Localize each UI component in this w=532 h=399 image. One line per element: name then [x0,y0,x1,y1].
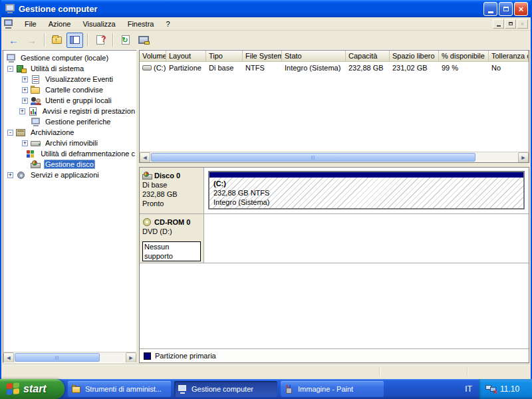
expand-expander[interactable]: + [22,87,28,93]
tree-item-avvisi-registri[interactable]: + Avvisi e registri di prestazion [3,106,136,116]
taskbar-button-paint[interactable]: Immagine - Paint [281,381,384,397]
column-disponibile[interactable]: % disponibile [439,51,489,62]
scroll-right-icon[interactable]: ► [126,352,136,363]
scroll-left-icon[interactable]: ◄ [140,152,150,163]
menu-finestra[interactable]: Finestra [122,19,160,29]
child-minimize-button[interactable] [493,19,504,29]
cdrom-row: CD-ROM 0 DVD (D:) Nessun supporto [140,214,529,263]
child-restore-button[interactable] [505,19,516,29]
device-manager-icon [31,118,41,126]
child-close-button: × [517,19,528,29]
partition-name: (C:) [213,179,519,188]
up-one-level-button[interactable]: ↑ [49,33,65,48]
partition-size-fs: 232,88 GB NTFS [213,188,519,198]
disk-graphical-pane: Disco 0 Di base 232,88 GB Pronto (C:) 23… [139,167,529,363]
tree-item-utilita-di-sistema[interactable]: - Utilità di sistema [3,63,136,74]
collapse-expander[interactable]: - [7,130,13,136]
expand-expander[interactable]: + [22,140,28,146]
minimize-button[interactable] [483,2,497,16]
disk0-info[interactable]: Disco 0 Di base 232,88 GB Pronto [140,168,204,213]
clock[interactable]: 11.10 [500,384,519,394]
statusbar [3,364,529,379]
toolbar: ← → ↑ ? ↻ [1,31,531,50]
help-button[interactable]: ? [92,33,108,48]
tree-item-archiviazione[interactable]: - Archiviazione [3,127,136,138]
tree-item-servizi-applicazioni[interactable]: + Servizi e applicazioni [3,170,136,180]
primary-partition-stripe [209,172,523,178]
console-tree-toggle-icon [70,36,80,44]
expand-expander[interactable]: + [22,98,28,104]
disk-icon [142,172,153,180]
volume-list-pane: Volume Layout Tipo File System Stato Cap… [139,50,529,163]
menu-visualizza[interactable]: Visualizza [76,19,121,29]
column-layout[interactable]: Layout [166,51,206,62]
titlebar[interactable]: Gestione computer × [1,0,531,17]
close-button[interactable]: × [514,2,528,16]
tree-item-gestione-computer[interactable]: Gestione computer (locale) [3,53,136,63]
performance-logs-icon [28,107,39,116]
tree-item-defrag[interactable]: Utilità di deframmentazione c [3,148,136,159]
scroll-right-icon[interactable]: ► [518,152,529,163]
taskbar-button-strumenti[interactable]: Strumenti di amminist... [68,381,171,397]
tree-item-archivi-rimovibili[interactable]: + Archivi rimovibili [3,138,136,148]
scroll-left-icon[interactable]: ◄ [3,352,14,363]
taskbar-button-gestione-computer[interactable]: Gestione computer [174,381,277,397]
menu-azione[interactable]: Azione [43,19,77,29]
toolbar-separator [44,33,45,47]
disk-management-view-button[interactable] [135,33,152,48]
volume-list-horizontal-scrollbar[interactable]: ◄ ► [140,152,529,162]
toolbar-separator [87,33,88,47]
cdrom-info[interactable]: CD-ROM 0 DVD (D:) Nessun supporto [140,214,204,263]
cdrom-icon [142,218,153,227]
column-stato[interactable]: Stato [282,51,346,62]
primary-partition-swatch [144,352,151,360]
scroll-thumb[interactable] [151,153,475,162]
cdrom-media-status: Nessun supporto [142,241,201,261]
column-tolleranza[interactable]: Tolleranza d'e [489,51,529,62]
column-volume[interactable]: Volume [140,51,166,62]
window-computer-icon [5,4,16,13]
up-folder-icon: ↑ [52,37,62,44]
users-groups-icon [31,96,41,105]
volume-row-c[interactable]: (C:) Partizione Di base NTFS Integro (Si… [140,62,529,73]
details-panel: Volume Layout Tipo File System Stato Cap… [139,50,529,363]
help-doc-icon: ? [96,35,104,45]
scroll-thumb[interactable] [15,353,100,362]
computer-management-window: Gestione computer × File Azione Visualiz… [0,0,532,379]
expand-expander[interactable]: + [7,172,13,178]
column-tipo[interactable]: Tipo [206,51,243,62]
tree-horizontal-scrollbar[interactable]: ◄ ► [3,352,136,362]
volume-list-header: Volume Layout Tipo File System Stato Cap… [140,51,529,62]
back-button[interactable]: ← [5,33,22,48]
expand-expander[interactable]: + [22,76,28,82]
tree-item-visualizzatore-eventi[interactable]: + Visualizzatore Eventi [3,74,136,84]
refresh-button[interactable]: ↻ [117,33,134,48]
restore-button[interactable] [499,2,513,16]
collapse-expander[interactable]: - [7,66,13,72]
column-file-system[interactable]: File System [243,51,282,62]
column-capacita[interactable]: Capacità [346,51,390,62]
toolbar-separator [112,33,113,47]
menu-help[interactable]: ? [160,19,176,29]
network-disconnected-icon[interactable]: × [485,385,496,394]
column-spazio-libero[interactable]: Spazio libero [390,51,439,62]
partition-c[interactable]: (C:) 232,88 GB NTFS Integro (Sistema) [208,171,525,209]
admin-tools-icon [72,385,82,394]
language-indicator[interactable]: IT [458,384,479,394]
expand-expander[interactable]: + [19,108,25,114]
paint-icon [285,385,295,394]
tree-item-gestione-periferiche[interactable]: Gestione periferiche [3,116,136,127]
show-hide-console-tree-button[interactable] [66,33,83,48]
console-tree-panel: Gestione computer (locale) - Utilità di … [3,50,136,363]
tree-item-utenti-e-gruppi[interactable]: + Utenti e gruppi locali [3,95,136,106]
tree-item-gestione-disco[interactable]: Gestione disco [3,159,136,170]
disk-management-tree-icon [31,160,41,169]
shared-folders-icon [31,86,41,94]
legend-row: Partizione primaria [140,348,529,362]
tree-item-cartelle-condivise[interactable]: + Cartelle condivise [3,84,136,95]
menu-file[interactable]: File [19,19,43,29]
event-viewer-icon [31,75,41,84]
disk0-type: Di base [142,180,201,190]
windows-logo-icon [7,382,20,396]
start-button[interactable]: start [0,379,65,399]
